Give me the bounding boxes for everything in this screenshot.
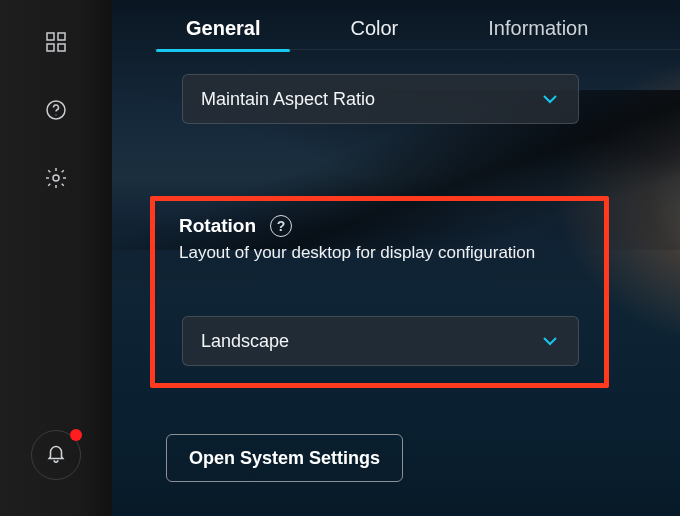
rotation-description: Layout of your desktop for display confi… [179, 243, 580, 263]
rotation-dropdown[interactable]: Landscape [182, 316, 579, 366]
svg-point-6 [53, 175, 59, 181]
notifications-button[interactable] [31, 430, 81, 480]
svg-rect-3 [58, 44, 65, 51]
rotation-dropdown-value: Landscape [201, 331, 289, 352]
svg-rect-0 [47, 33, 54, 40]
rotation-help-icon[interactable]: ? [270, 215, 292, 237]
chevron-down-icon [538, 87, 562, 111]
scaling-dropdown[interactable]: Maintain Aspect Ratio [182, 74, 579, 124]
sidebar [0, 0, 112, 516]
open-system-settings-label: Open System Settings [189, 448, 380, 469]
tab-general[interactable]: General [186, 17, 260, 50]
gear-icon[interactable] [42, 164, 70, 192]
svg-rect-1 [58, 33, 65, 40]
open-system-settings-button[interactable]: Open System Settings [166, 434, 403, 482]
main-panel: General Color Information Maintain Aspec… [112, 0, 680, 516]
notification-dot [70, 429, 82, 441]
tab-information[interactable]: Information [488, 17, 588, 50]
chevron-down-icon [538, 329, 562, 353]
svg-point-5 [55, 114, 56, 115]
svg-rect-2 [47, 44, 54, 51]
help-icon[interactable] [42, 96, 70, 124]
bell-icon [45, 442, 67, 468]
grid-icon[interactable] [42, 28, 70, 56]
rotation-title: Rotation [179, 215, 256, 237]
tab-divider [154, 49, 680, 50]
tab-color[interactable]: Color [350, 17, 398, 50]
scaling-dropdown-value: Maintain Aspect Ratio [201, 89, 375, 110]
tabs: General Color Information [112, 0, 680, 50]
